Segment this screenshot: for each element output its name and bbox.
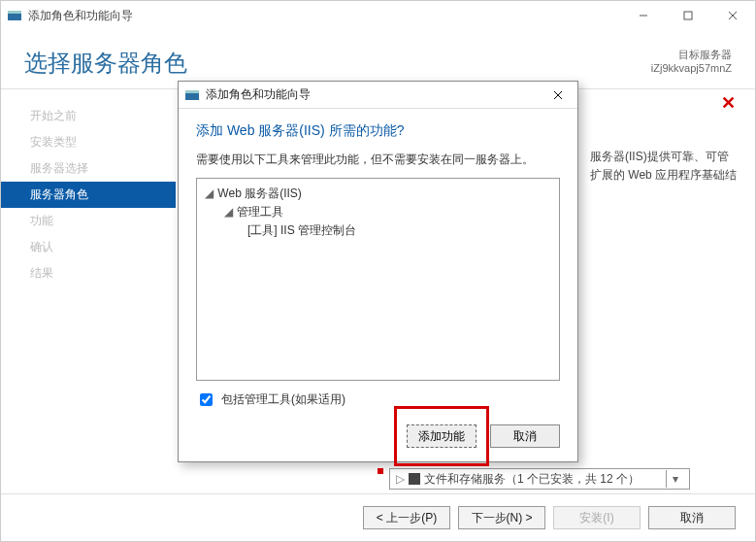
features-tree[interactable]: ◢ Web 服务器(IIS) ◢ 管理工具 [工具] IIS 管理控制台 xyxy=(196,178,560,381)
sidebar-step-0[interactable]: 开始之前 xyxy=(1,103,176,129)
dialog-body: 添加 Web 服务器(IIS) 所需的功能? 需要使用以下工具来管理此功能，但不… xyxy=(179,109,577,419)
sidebar-step-6[interactable]: 结果 xyxy=(1,260,176,287)
checkbox-icon xyxy=(409,473,420,485)
tree-node-lvl1: ◢ 管理工具 xyxy=(205,203,551,221)
close-button[interactable] xyxy=(710,1,755,30)
destination-label: 目标服务器 xyxy=(651,48,732,62)
minimize-button[interactable] xyxy=(621,1,666,30)
sidebar-step-1[interactable]: 安装类型 xyxy=(1,129,176,155)
app-icon xyxy=(7,8,22,23)
next-button[interactable]: 下一步(N) > xyxy=(458,506,545,529)
dialog-title: 添加角色和功能向导 xyxy=(206,86,544,103)
wizard-sidebar: 开始之前 安装类型 服务器选择 服务器角色 功能 确认 结果 xyxy=(1,89,176,493)
roles-tree-row[interactable]: ▷ 文件和存储服务（1 个已安装，共 12 个） ▾ xyxy=(389,468,690,490)
prev-button[interactable]: < 上一步(P) xyxy=(363,506,450,529)
sidebar-step-5[interactable]: 确认 xyxy=(1,234,176,260)
dialog-buttons: 添加功能 取消 xyxy=(179,419,577,461)
app-icon xyxy=(184,87,200,103)
titlebar: 添加角色和功能向导 xyxy=(1,1,755,30)
maximize-button[interactable] xyxy=(666,1,710,30)
destination-box: 目标服务器 iZj9kkvapj57mnZ xyxy=(651,48,732,74)
sidebar-step-2[interactable]: 服务器选择 xyxy=(1,155,176,182)
dialog-cancel-button[interactable]: 取消 xyxy=(490,424,560,448)
add-features-button[interactable]: 添加功能 xyxy=(407,424,477,448)
dialog-titlebar: 添加角色和功能向导 xyxy=(179,82,577,109)
destination-value: iZj9kkvapj57mnZ xyxy=(651,62,732,74)
dialog-heading: 添加 Web 服务器(IIS) 所需的功能? xyxy=(196,122,560,140)
sidebar-step-4[interactable]: 功能 xyxy=(1,208,176,234)
tree-node-lvl0: ◢ Web 服务器(IIS) xyxy=(205,185,551,203)
chevron-down-icon[interactable]: ▾ xyxy=(666,470,683,488)
svg-rect-1 xyxy=(8,11,21,14)
install-button[interactable]: 安装(I) xyxy=(553,506,641,529)
include-tools-checkbox[interactable] xyxy=(200,393,213,406)
sidebar-step-3[interactable]: 服务器角色 xyxy=(1,182,176,208)
dialog-close-button[interactable] xyxy=(544,83,572,108)
window-controls xyxy=(621,1,755,30)
wizard-footer: < 上一步(P) 下一步(N) > 安装(I) 取消 xyxy=(1,493,755,541)
include-tools-row[interactable]: 包括管理工具(如果适用) xyxy=(196,390,560,409)
roles-tree-row-label: 文件和存储服务（1 个已安装，共 12 个） xyxy=(424,471,640,488)
add-features-dialog: 添加角色和功能向导 添加 Web 服务器(IIS) 所需的功能? 需要使用以下工… xyxy=(178,81,578,462)
page-heading: 选择服务器角色 xyxy=(24,48,187,79)
expand-triangle-icon: ▷ xyxy=(396,472,405,486)
include-tools-label: 包括管理工具(如果适用) xyxy=(221,391,345,408)
svg-rect-3 xyxy=(684,12,692,19)
role-description: 服务器(IIS)提供可靠、可管 扩展的 Web 应用程序基础结 xyxy=(590,148,755,185)
svg-rect-7 xyxy=(185,90,199,93)
window-title: 添加角色和功能向导 xyxy=(28,8,621,24)
dialog-description: 需要使用以下工具来管理此功能，但不需要安装在同一服务器上。 xyxy=(196,152,560,168)
tree-node-lvl2: [工具] IIS 管理控制台 xyxy=(205,221,551,240)
cancel-button[interactable]: 取消 xyxy=(648,506,736,529)
